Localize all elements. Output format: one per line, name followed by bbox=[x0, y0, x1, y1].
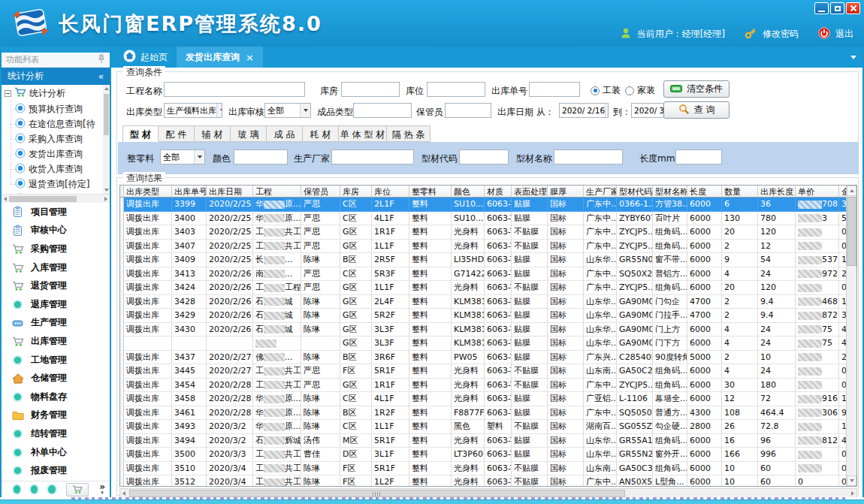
expander-icon[interactable] bbox=[5, 90, 11, 97]
change-password-link[interactable]: 修改密码 bbox=[763, 28, 799, 41]
tree-item[interactable]: 在途信息查询[待 bbox=[2, 116, 110, 131]
table-row[interactable]: 调拨出库34002020/2/25华原...严思C区4L1F整料SU10...6… bbox=[120, 212, 856, 226]
sidebar-menu-item[interactable]: 物料盘存 bbox=[2, 388, 110, 406]
vertical-scrollbar[interactable] bbox=[846, 186, 856, 486]
column-header-cell[interactable]: 表面处理 bbox=[512, 186, 548, 197]
tree-item[interactable]: 收货入库查询 bbox=[2, 161, 110, 177]
sidebar-menu-item[interactable]: 报废管理 bbox=[2, 461, 110, 480]
table-row[interactable]: 调拨出库35002020/3/3工共工程曹佳D区3L1F整料LT3P606063… bbox=[120, 448, 856, 462]
column-header-cell[interactable]: 保管员 bbox=[301, 186, 340, 197]
column-header-cell[interactable]: 单价 bbox=[796, 186, 839, 197]
keeper-input[interactable] bbox=[445, 103, 491, 118]
scrollbar-thumb[interactable] bbox=[847, 197, 856, 266]
sidebar-menu-item[interactable]: 财务管理 bbox=[2, 406, 110, 425]
tree-vertical-scrollbar[interactable] bbox=[103, 85, 110, 194]
sidebar-menu-item[interactable]: 审核中心 bbox=[2, 222, 110, 240]
tab-home[interactable]: 起始页 bbox=[114, 47, 177, 68]
table-row[interactable]: 调拨出库34582020/2/28华原...陈琳C区4L1F整料光身料6063-… bbox=[120, 392, 856, 406]
sidebar-menu-item[interactable]: 仓储管理 bbox=[2, 369, 110, 388]
maximize-button[interactable] bbox=[830, 2, 844, 14]
minimize-button[interactable] bbox=[814, 2, 829, 14]
out-type-select[interactable]: 生产领料出库 bbox=[164, 103, 222, 118]
length-input[interactable] bbox=[675, 149, 722, 164]
table-row[interactable]: 调拨出库34372020/2/27佛...陈琳B区3R6F整料PW056063-… bbox=[120, 351, 856, 365]
column-header-cell[interactable]: 出库类型 bbox=[124, 186, 172, 197]
tab-close-icon[interactable]: × bbox=[246, 52, 254, 63]
column-header-cell[interactable]: 工程 bbox=[253, 186, 301, 197]
tree-item[interactable]: 发货出库查询 bbox=[2, 146, 110, 161]
column-header-cell[interactable]: 出库单号 bbox=[172, 186, 207, 197]
sidebar-menu-item[interactable]: 结转管理 bbox=[2, 424, 110, 443]
column-header-cell[interactable]: 长度 bbox=[687, 186, 722, 197]
column-header-cell[interactable]: 材质 bbox=[485, 186, 512, 197]
table-row[interactable]: 调拨出库34452020/2/27工共工程严思F区5R1F整料光身料6063-T… bbox=[120, 364, 856, 379]
column-header-cell[interactable]: 出库长度 bbox=[758, 186, 796, 197]
sidebar-menu-item[interactable]: 补单中心 bbox=[2, 443, 110, 462]
cart-shortcut-button[interactable] bbox=[66, 483, 89, 496]
material-tab[interactable]: 单 体 型 材 bbox=[339, 125, 387, 142]
circle-icon[interactable] bbox=[31, 485, 38, 493]
table-row[interactable]: 调拨出库34072020/2/25工共工程严思G区1L1F整料光身料6063-T… bbox=[120, 240, 856, 254]
scroll-down-icon[interactable] bbox=[847, 475, 856, 486]
date-from-picker[interactable]: 2020/ 2/16 bbox=[559, 103, 609, 118]
table-row[interactable]: 调拨出库34292020/2/26石城陈琳G区5R2F整料KLM38176063… bbox=[120, 309, 856, 323]
column-header-cell[interactable]: 出库日期 bbox=[207, 186, 253, 197]
table-row[interactable]: 调拨出库34612020/2/28华原...陈琳B区1R2F整料F8877FT6… bbox=[120, 406, 856, 421]
location-input[interactable] bbox=[427, 82, 485, 97]
table-row[interactable]: 调拨出库34542020/2/28工共工程严思G区1R1F整料光身料6063-T… bbox=[120, 379, 856, 393]
table-row[interactable]: 调拨出库34032020/2/25工共工程严思G区1R1F整料光身料6063-T… bbox=[120, 225, 856, 240]
tree-item[interactable]: 采购入库查询 bbox=[2, 131, 110, 146]
table-row[interactable]: 调拨出库35122020/3/4工共工程陈琳F区1L2F整料光身料6063-T5… bbox=[120, 475, 856, 487]
column-header-cell[interactable]: 库位 bbox=[372, 186, 409, 197]
tree-root[interactable]: 统计分析 bbox=[2, 85, 110, 101]
sidebar-menu-item[interactable]: 采购管理 bbox=[2, 240, 110, 258]
radio-unselected-icon[interactable] bbox=[625, 86, 634, 95]
table-row[interactable]: 调拨出库34302020/2/26石城陈琳G区3L3F整料KLM38176063… bbox=[120, 323, 856, 337]
radio-work-clothes[interactable]: 工装 bbox=[591, 84, 621, 97]
tab-shipping-outbound-query[interactable]: 发货出库查询 × bbox=[177, 47, 263, 68]
column-header-cell[interactable]: 整零料 bbox=[409, 186, 452, 197]
factory-input[interactable] bbox=[331, 149, 414, 164]
material-tab[interactable]: 成 品 bbox=[267, 125, 303, 142]
tree-item[interactable]: 退货查询[待定] bbox=[2, 177, 110, 192]
column-header-cell[interactable]: 生产厂家 bbox=[584, 186, 617, 197]
scrollbar-thumb[interactable] bbox=[9, 196, 77, 202]
material-tab[interactable]: 辅 材 bbox=[195, 125, 231, 142]
column-header-cell[interactable]: 数量 bbox=[722, 186, 758, 197]
table-row[interactable]: 调拨出库34132020/2/26南...严思C区5R3F整料G71422606… bbox=[120, 267, 856, 282]
scrollbar-thumb[interactable] bbox=[129, 490, 625, 497]
whole-part-select[interactable]: 全部 bbox=[160, 149, 205, 164]
order-no-input[interactable] bbox=[529, 82, 580, 97]
clear-conditions-button[interactable]: 清空条件 bbox=[663, 80, 730, 98]
sidebar-section-header[interactable]: 统计分析 « bbox=[2, 68, 110, 85]
more-button[interactable]: »▾ bbox=[99, 484, 105, 496]
table-row[interactable]: 调拨出库34092020/2/25长...陈琳B区2R5F整料LI35HD606… bbox=[120, 253, 856, 267]
profile-code-input[interactable] bbox=[459, 149, 509, 164]
sidebar-menu-item[interactable]: 项目管理 bbox=[2, 203, 110, 222]
table-row[interactable]: 调拨出库34942020/3/2石辉城汤伟M区5R1F整料光身料6063-T5贴… bbox=[120, 434, 856, 448]
material-tab[interactable]: 玻 璃 bbox=[231, 125, 267, 142]
tree-item[interactable]: 预算执行查询 bbox=[2, 101, 110, 116]
circle-icon[interactable] bbox=[14, 485, 20, 493]
column-header-cell[interactable]: 型材代码 bbox=[617, 186, 653, 197]
logout-link[interactable]: 退出 bbox=[835, 28, 853, 41]
product-type-input[interactable] bbox=[353, 103, 412, 118]
material-tab[interactable]: 隔 热 条 bbox=[387, 125, 430, 142]
table-row[interactable]: 调拨出库33992020/2/25华原...严思C区2L1F整料SU10...6… bbox=[120, 198, 856, 212]
tab-list-dropdown-icon[interactable] bbox=[850, 56, 856, 59]
column-header-cell[interactable]: 库房 bbox=[340, 186, 372, 197]
collapse-icon[interactable]: « bbox=[98, 71, 104, 82]
table-row[interactable]: 调拨出库34242020/2/26工工程严思G区1L1F整料光身料6063-T5… bbox=[120, 281, 856, 295]
material-tab[interactable]: 配 件 bbox=[159, 125, 195, 142]
sidebar-menu-item[interactable]: 生产管理 bbox=[2, 314, 110, 333]
warehouse-input[interactable] bbox=[341, 82, 400, 97]
column-header-cell[interactable]: 型材名称 bbox=[653, 186, 687, 197]
sidebar-menu-item[interactable]: 出库管理 bbox=[2, 332, 110, 351]
column-header-cell[interactable]: 膜厚 bbox=[548, 186, 584, 197]
tree-horizontal-scrollbar[interactable] bbox=[2, 194, 110, 203]
color-input[interactable] bbox=[234, 149, 288, 164]
project-name-input[interactable] bbox=[164, 82, 305, 97]
sidebar-menu-item[interactable]: 入库管理 bbox=[2, 258, 110, 277]
radio-selected-icon[interactable] bbox=[591, 86, 600, 95]
material-tab[interactable]: 型 材 bbox=[122, 125, 159, 142]
